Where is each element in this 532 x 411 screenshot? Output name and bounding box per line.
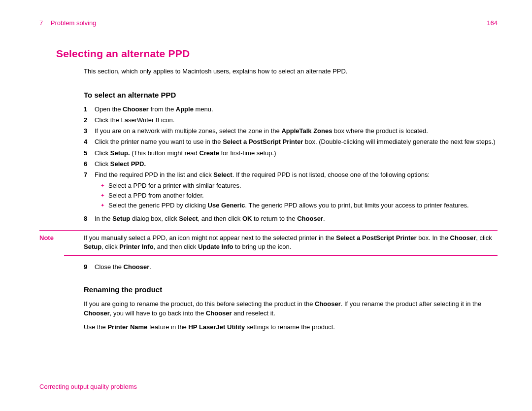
paragraph: If you are going to rename the product, … [84, 300, 498, 317]
step-text: Click Setup. (This button might read Cre… [95, 149, 498, 158]
step-8: 8 In the Setup dialog box, click Select,… [84, 214, 498, 223]
steps-list-cont: 9 Close the Chooser. [84, 263, 498, 272]
step-text: Click the LaserWriter 8 icon. [95, 116, 498, 125]
step-text: In the Setup dialog box, click Select, a… [95, 214, 498, 223]
diamond-icon: ✦ [100, 181, 108, 190]
bullet-item: ✦ Select a PPD for a printer with simila… [100, 181, 498, 190]
step-5: 5 Click Setup. (This button might read C… [84, 149, 498, 158]
bullet-text: Select the generic PPD by clicking Use G… [108, 201, 469, 210]
page-title: Selecting an alternate PPD [56, 46, 498, 61]
step-9: 9 Close the Chooser. [84, 263, 498, 272]
bullet-list: ✦ Select a PPD for a printer with simila… [100, 181, 498, 210]
section-heading: Renaming the product [84, 284, 498, 295]
intro-paragraph: This section, which only applies to Maci… [84, 67, 498, 76]
step-num: 1 [84, 105, 95, 114]
chapter-number: 7 [39, 19, 43, 27]
step-4: 4 Click the printer name you want to use… [84, 137, 498, 146]
bullet-item: ✦ Select the generic PPD by clicking Use… [100, 201, 498, 210]
step-text: Open the Chooser from the Apple menu. [95, 105, 498, 114]
paragraph: Use the Printer Name feature in the HP L… [84, 323, 498, 332]
step-7: 7 Find the required PPD in the list and … [84, 171, 498, 212]
bullet-item: ✦ Select a PPD from another folder. [100, 191, 498, 200]
step-num: 9 [84, 263, 95, 272]
diamond-icon: ✦ [100, 201, 108, 210]
step-num: 3 [84, 127, 95, 136]
page-number: 164 [487, 19, 498, 28]
note-body: If you manually select a PPD, an icon mi… [84, 230, 498, 256]
step-2: 2 Click the LaserWriter 8 icon. [84, 116, 498, 125]
step-text: Find the required PPD in the list and cl… [95, 171, 498, 212]
step-6: 6 Click Select PPD. [84, 160, 498, 169]
chapter-title: Problem solving [51, 19, 97, 27]
manual-page: 7 Problem solving 164 Selecting an alter… [0, 0, 532, 411]
step-text: Close the Chooser. [95, 263, 498, 272]
step-1: 1 Open the Chooser from the Apple menu. [84, 105, 498, 114]
bullet-text: Select a PPD from another folder. [108, 191, 204, 200]
footer-link: Correcting output quality problems [39, 382, 137, 391]
step-num: 2 [84, 116, 95, 125]
step-num: 7 [84, 171, 95, 212]
note-block: Note If you manually select a PPD, an ic… [39, 230, 498, 256]
step-text: If you are on a network with multiple zo… [95, 127, 498, 136]
step-num: 6 [84, 160, 95, 169]
step-num: 8 [84, 214, 95, 223]
step-num: 5 [84, 149, 95, 158]
section-heading: To select an alternate PPD [84, 90, 498, 100]
diamond-icon: ✦ [100, 191, 108, 200]
page-header: 7 Problem solving 164 [39, 19, 498, 28]
chapter-label: 7 Problem solving [39, 19, 96, 28]
step-num: 4 [84, 137, 95, 146]
step-text: Click the printer name you want to use i… [95, 137, 498, 146]
step-text: Click Select PPD. [95, 160, 498, 169]
bullet-text: Select a PPD for a printer with similar … [108, 181, 241, 190]
steps-list: 1 Open the Chooser from the Apple menu. … [84, 105, 498, 223]
step-3: 3 If you are on a network with multiple … [84, 127, 498, 136]
